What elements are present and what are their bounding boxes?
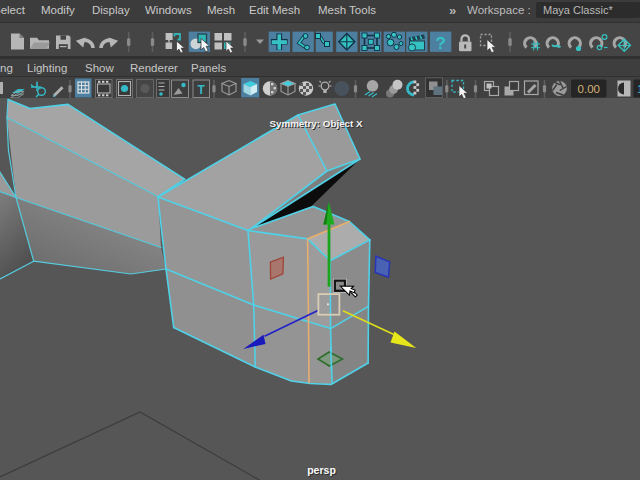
svg-text:0.00: 0.00 <box>578 83 600 95</box>
svg-text:persp: persp <box>307 464 336 476</box>
svg-text:?: ? <box>435 34 445 53</box>
svg-text:T: T <box>198 83 206 97</box>
svg-text:Symmetry: Object X: Symmetry: Object X <box>269 118 363 129</box>
